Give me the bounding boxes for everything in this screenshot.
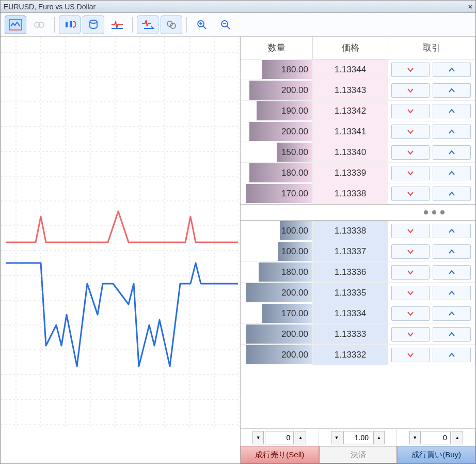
sell-at-price-button[interactable] — [391, 63, 430, 77]
svg-rect-4 — [70, 21, 72, 27]
sell-at-price-button[interactable] — [391, 286, 430, 300]
svg-line-14 — [227, 26, 230, 29]
volume-value: 150.00 — [281, 147, 308, 158]
toolbar — [1, 13, 475, 37]
zoom-in-button[interactable] — [191, 16, 213, 34]
pulse-line-button[interactable] — [106, 16, 128, 34]
candlestick-refresh-button[interactable] — [59, 16, 81, 34]
sell-at-price-button[interactable] — [391, 166, 430, 180]
dom-bid-row: 200.00 1.13333 — [241, 324, 475, 345]
buy-at-price-button[interactable] — [433, 265, 471, 280]
volume-value: 180.00 — [281, 168, 308, 178]
price-value: 1.13337 — [313, 241, 388, 262]
header-trade: 取引 — [388, 37, 475, 59]
sell-at-price-button[interactable] — [391, 125, 430, 139]
trading-window: EURUSD, Euro vs US Dollar × — [0, 0, 476, 464]
price-value: 1.13344 — [313, 59, 388, 80]
sell-at-price-button[interactable] — [391, 306, 430, 321]
price-value: 1.13335 — [313, 283, 388, 303]
volume-value: 100.00 — [281, 246, 308, 257]
buy-at-price-button[interactable] — [433, 145, 471, 160]
buy-at-price-button[interactable] — [433, 327, 471, 342]
price-value: 1.13342 — [313, 101, 388, 121]
sl-down-button[interactable]: ▼ — [252, 431, 264, 444]
price-value: 1.13338 — [313, 183, 388, 204]
price-value: 1.13332 — [313, 345, 388, 365]
buy-at-price-button[interactable] — [433, 224, 471, 238]
svg-line-10 — [203, 26, 206, 29]
lot-up-button[interactable]: ▲ — [373, 431, 385, 444]
buy-at-price-button[interactable] — [433, 187, 471, 201]
price-value: 1.13338 — [313, 221, 388, 241]
circles-button[interactable] — [28, 16, 50, 34]
svg-point-5 — [90, 20, 97, 23]
lot-down-button[interactable]: ▼ — [331, 431, 342, 444]
buy-at-price-button[interactable] — [433, 166, 471, 180]
order-input-row: ▼ ▲ ▼ ▲ ▼ ▲ — [241, 428, 475, 446]
volume-value: 100.00 — [281, 226, 308, 236]
buy-at-price-button[interactable] — [433, 125, 471, 139]
volume-value: 180.00 — [281, 267, 308, 277]
sl-input[interactable] — [265, 431, 294, 444]
dom-ask-row: 200.00 1.13343 — [241, 80, 475, 101]
market-sell-button[interactable]: 成行売り(Sell) — [241, 446, 319, 463]
buy-at-price-button[interactable] — [433, 63, 471, 77]
close-icon[interactable]: × — [468, 3, 472, 11]
volume-value: 200.00 — [281, 350, 308, 360]
price-value: 1.13341 — [313, 121, 388, 142]
volume-value: 170.00 — [281, 189, 308, 199]
dom-ask-row: 200.00 1.13341 — [241, 121, 475, 142]
volume-value: 200.00 — [281, 288, 308, 298]
sell-at-price-button[interactable] — [391, 348, 430, 362]
dom-bid-row: 100.00 1.13337 — [241, 241, 475, 262]
buy-at-price-button[interactable] — [433, 306, 471, 321]
buy-at-price-button[interactable] — [433, 244, 471, 259]
lot-input[interactable] — [343, 431, 372, 444]
dom-ask-row: 180.00 1.13339 — [241, 163, 475, 183]
sell-at-price-button[interactable] — [391, 187, 430, 201]
market-buy-button[interactable]: 成行買い(Buy) — [397, 446, 475, 463]
dom-bid-row: 170.00 1.13334 — [241, 303, 475, 324]
volume-value: 200.00 — [281, 127, 308, 137]
two-circles-button[interactable] — [161, 16, 182, 34]
dom-ask-row: 190.00 1.13342 — [241, 101, 475, 121]
buy-at-price-button[interactable] — [433, 286, 471, 300]
price-value: 1.13340 — [313, 142, 388, 163]
sl-up-button[interactable]: ▲ — [295, 431, 306, 444]
volume-value: 200.00 — [281, 329, 308, 339]
close-position-button[interactable]: 決済 — [319, 446, 398, 463]
window-title: EURUSD, Euro vs US Dollar — [4, 3, 96, 11]
barrel-button[interactable] — [83, 16, 104, 34]
zoom-out-button[interactable] — [215, 16, 236, 34]
tick-chart-button[interactable] — [5, 16, 26, 34]
buy-at-price-button[interactable] — [433, 83, 471, 98]
volume-value: 180.00 — [281, 65, 308, 75]
tp-up-button[interactable]: ▲ — [452, 431, 463, 444]
dom-ask-row: 150.00 1.13340 — [241, 142, 475, 163]
tp-input[interactable] — [422, 431, 451, 444]
sell-at-price-button[interactable] — [391, 327, 430, 342]
sell-at-price-button[interactable] — [391, 224, 430, 238]
dom-ask-row: 170.00 1.13338 — [241, 183, 475, 204]
sell-at-price-button[interactable] — [391, 145, 430, 160]
pulse-arrow-button[interactable] — [137, 16, 158, 34]
sell-at-price-button[interactable] — [391, 83, 430, 98]
dom-header: 数量 価格 取引 — [241, 37, 475, 59]
header-volume: 数量 — [241, 37, 313, 59]
volume-value: 200.00 — [281, 85, 308, 96]
titlebar: EURUSD, Euro vs US Dollar × — [1, 1, 475, 13]
buy-at-price-button[interactable] — [433, 104, 471, 118]
svg-rect-3 — [66, 22, 68, 27]
volume-value: 170.00 — [281, 308, 308, 319]
tp-down-button[interactable]: ▼ — [409, 431, 421, 444]
dom-panel: 数量 価格 取引 180.00 1.13344 200.00 1.13343 — [241, 37, 475, 463]
dom-ask-row: 180.00 1.13344 — [241, 59, 475, 80]
ellipsis-icon — [424, 210, 445, 214]
price-value: 1.13336 — [313, 262, 388, 283]
sell-at-price-button[interactable] — [391, 104, 430, 118]
price-value: 1.13339 — [313, 163, 388, 183]
header-price: 価格 — [313, 37, 388, 59]
buy-at-price-button[interactable] — [433, 348, 471, 362]
sell-at-price-button[interactable] — [391, 244, 430, 259]
sell-at-price-button[interactable] — [391, 265, 430, 280]
